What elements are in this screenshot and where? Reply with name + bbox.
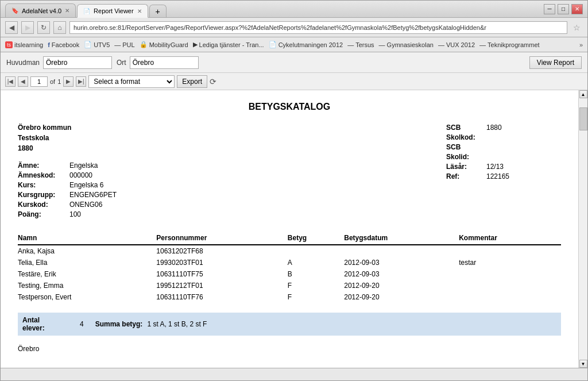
- address-bar: ◀ ▶ ↻ ⌂ ☆: [1, 18, 587, 37]
- kursgrupp-label: Kursgrupp:: [18, 191, 69, 199]
- bookmark-facebook[interactable]: f Facebook: [48, 41, 79, 48]
- more-bookmarks-button[interactable]: »: [579, 41, 583, 48]
- cell-betyg-2: B: [288, 268, 344, 280]
- bookmark-cykelutmaningen[interactable]: 📄 Cykelutmaningen 2012: [269, 41, 343, 48]
- scrollbar-down-arrow[interactable]: ▼: [579, 360, 587, 368]
- skolid-label: Skolid:: [446, 153, 486, 161]
- cell-datum-4: 2012-09-20: [344, 291, 459, 303]
- skolkod-row: Skolkod:: [446, 133, 561, 141]
- prev-page-button[interactable]: ◀: [18, 76, 28, 87]
- bookmark-star-icon[interactable]: ☆: [571, 23, 583, 32]
- nav-toolbar: |◀ ◀ of 1 ▶ ▶| Select a format PDF Excel…: [1, 73, 587, 90]
- back-button[interactable]: ◀: [5, 21, 18, 34]
- bookmark-vux2012[interactable]: — VUX 2012: [438, 41, 475, 48]
- report-title: BETYGSKATALOG: [18, 102, 561, 112]
- tab-adelanet-close[interactable]: ✕: [65, 7, 69, 14]
- cell-datum-0: [344, 245, 459, 257]
- kurs-value: Engelska 6: [69, 181, 103, 189]
- scrollbar-right[interactable]: ▲ ▼: [578, 90, 587, 368]
- page-icon-tersus: —: [347, 41, 354, 48]
- cell-kommentar-2: [459, 268, 561, 280]
- tab-reportviewer-close[interactable]: ✕: [137, 8, 142, 14]
- report-left-section: Örebro kommun Testskola 1880 Ämne: Engel…: [18, 124, 446, 220]
- cell-pnr-4: 10631110TF76: [156, 291, 288, 303]
- skolkod-label: Skolkod:: [446, 133, 486, 141]
- bookmark-mobilityguard[interactable]: 🔒 MobilityGuard: [140, 41, 188, 48]
- scrollbar-thumb[interactable]: [579, 107, 587, 130]
- address-input[interactable]: [69, 21, 567, 34]
- cell-datum-1: 2012-09-03: [344, 257, 459, 268]
- total-pages-text: 1: [57, 78, 61, 85]
- bookmark-tersus[interactable]: — Tersus: [347, 41, 374, 48]
- page-icon-teknik: —: [479, 41, 486, 48]
- lediga-icon: ▶: [193, 41, 198, 48]
- cell-pnr-3: 19951212TF01: [156, 280, 288, 291]
- format-select[interactable]: Select a format PDF Excel Word CSV: [88, 75, 175, 88]
- refresh-icon[interactable]: ⟳: [210, 77, 216, 86]
- cell-betyg-3: F: [288, 280, 344, 291]
- kurskod-label: Kurskod:: [18, 201, 69, 209]
- tab-reportviewer-label: Report Viewer: [94, 7, 134, 14]
- maximize-button[interactable]: □: [558, 4, 569, 14]
- cell-namn-0: Anka, Kajsa: [18, 245, 156, 257]
- report-right-section: SCB 1880 Skolkod: SCB Skolid:: [446, 124, 561, 220]
- tab-bar: 🔖 AdelaNet v4.0 ✕ 📄 Report Viewer ✕ +: [5, 1, 544, 17]
- cell-pnr-2: 10631110TF75: [156, 268, 288, 280]
- field-row-amne: Ämne: Engelska: [18, 161, 446, 170]
- amne-value: Engelska: [69, 161, 98, 170]
- lasar-row: Läsår: 12/13: [446, 163, 561, 171]
- page-icon-vux: —: [438, 41, 444, 48]
- minimize-button[interactable]: ─: [544, 4, 555, 14]
- bookmark-lediga-label: Lediga tjänster - Tran...: [199, 41, 264, 48]
- scb-label: SCB: [446, 124, 486, 132]
- bookmark-facebook-label: Facebook: [52, 41, 79, 48]
- bookmark-cykelutmaningen-label: Cykelutmaningen 2012: [278, 41, 343, 48]
- bookmark-tersus-label: Tersus: [355, 41, 374, 48]
- itslearning-icon: ts: [5, 41, 13, 48]
- huvudman-input[interactable]: [43, 56, 112, 69]
- ort-input[interactable]: [130, 56, 199, 69]
- page-icon-cykel: 📄: [269, 41, 277, 48]
- first-page-button[interactable]: |◀: [5, 76, 16, 87]
- scrollbar-up-arrow[interactable]: ▲: [579, 90, 587, 98]
- huvudman-group: Huvudman: [6, 56, 112, 69]
- home-button[interactable]: ⌂: [53, 21, 66, 34]
- last-page-button[interactable]: ▶|: [76, 76, 86, 87]
- footer-city-text: Örebro: [18, 345, 39, 353]
- student-table: Namn Personnummer Betyg Betygsdatum Komm…: [18, 232, 561, 303]
- reload-button[interactable]: ↻: [37, 21, 50, 34]
- tab-reportviewer-favicon: 📄: [83, 8, 90, 14]
- cell-datum-2: 2012-09-03: [344, 268, 459, 280]
- tab-adelanet[interactable]: 🔖 AdelaNet v4.0 ✕: [5, 3, 76, 17]
- forward-button[interactable]: ▶: [21, 21, 34, 34]
- summary-row: Antalelever: 4 Summa betyg: 1 st A, 1 st…: [18, 313, 561, 336]
- bookmark-pul[interactable]: — PUL: [114, 41, 134, 48]
- scb-row: SCB 1880: [446, 124, 561, 132]
- close-button[interactable]: ✕: [571, 4, 583, 14]
- lasar-label: Läsår:: [446, 163, 486, 171]
- bookmark-teknikprogrammet[interactable]: — Teknikprogrammet: [479, 41, 539, 48]
- page-number-input[interactable]: [30, 76, 48, 87]
- window-controls: ─ □ ✕: [544, 4, 583, 14]
- bookmark-gymnasieskolan-label: Gymnasieskolan: [387, 41, 434, 48]
- cell-kommentar-4: [459, 291, 561, 303]
- antal-elever-value: 4: [80, 320, 84, 328]
- poang-label: Poäng:: [18, 210, 69, 218]
- title-bar: 🔖 AdelaNet v4.0 ✕ 📄 Report Viewer ✕ + ─ …: [1, 1, 587, 18]
- bookmark-lediga[interactable]: ▶ Lediga tjänster - Tran...: [193, 41, 264, 48]
- report-header-section: Örebro kommun Testskola 1880 Ämne: Engel…: [18, 124, 561, 220]
- bookmark-gymnasieskolan[interactable]: — Gymnasieskolan: [379, 41, 434, 48]
- lasar-value: 12/13: [486, 163, 504, 171]
- view-report-button[interactable]: View Report: [529, 56, 582, 69]
- bookmark-itslearning[interactable]: ts itslearning: [5, 41, 43, 48]
- summa-betyg-group: Summa betyg: 1 st A, 1 st B, 2 st F: [95, 320, 207, 328]
- cell-namn-4: Testperson, Evert: [18, 291, 156, 303]
- tab-reportviewer[interactable]: 📄 Report Viewer ✕: [77, 4, 148, 18]
- new-tab-button[interactable]: +: [149, 5, 167, 17]
- next-page-button[interactable]: ▶: [63, 76, 74, 87]
- col-header-namn: Namn: [18, 232, 156, 245]
- table-row: Telia, Ella 19930203TF01 A 2012-09-03 te…: [18, 257, 561, 268]
- browser-window: 🔖 AdelaNet v4.0 ✕ 📄 Report Viewer ✕ + ─ …: [0, 0, 588, 381]
- bookmark-utv5[interactable]: 📄 UTV5: [84, 41, 110, 48]
- export-button[interactable]: Export: [177, 75, 207, 88]
